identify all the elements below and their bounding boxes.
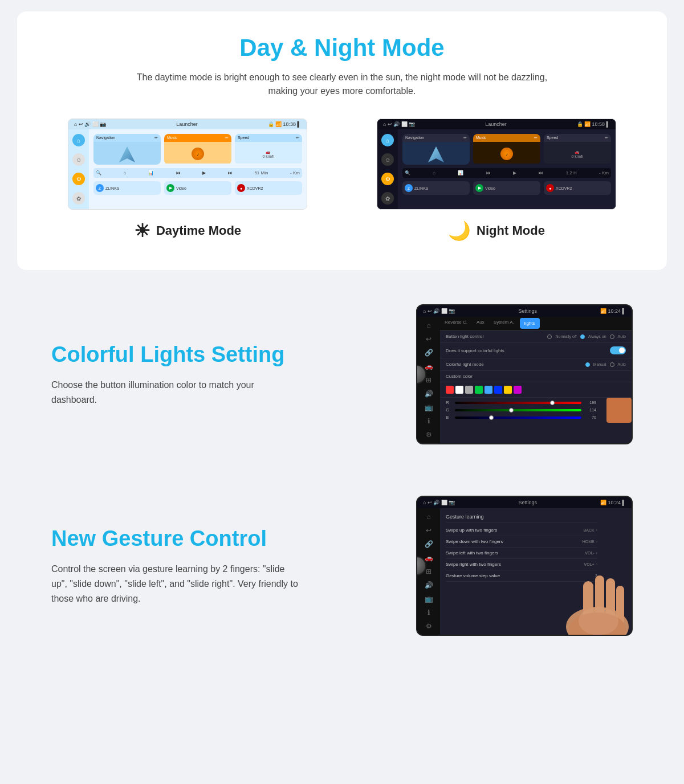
gs-car-icon: 🚗 — [425, 554, 433, 562]
gesture-action-4: VOL+ › — [584, 562, 597, 566]
rgb-sliders-container: R 199 G 114 — [440, 398, 602, 424]
r-slider-row: R 199 — [446, 400, 596, 405]
colorful-mode-radio: Manual Auto — [585, 362, 626, 367]
night-leaf-icon: ✿ — [381, 192, 394, 205]
radio-always-on[interactable] — [580, 334, 585, 339]
gesture-row-5: Gesture volume step value 3 — [446, 570, 597, 582]
sidebar-face-icon: ☺ — [72, 153, 85, 166]
video-icon: ▶ — [166, 184, 174, 192]
night-music-card: Music✏ ♪ — [473, 134, 540, 165]
g-slider[interactable] — [455, 409, 581, 411]
gesture-section: New Gesture Control Control the screen v… — [17, 484, 667, 647]
gs-system-icon: ⚙ — [426, 622, 432, 630]
gesture-settings-screen: ⌂ ↩ 🔊 ⬜ 📷 Settings 📶 10:24 ▌ ⌂ ↩ 🔗 🚗 ⊞ 🔊… — [416, 496, 633, 636]
tab-reverse[interactable]: Reverse C. — [440, 317, 472, 330]
s-car-icon: 🚗 — [425, 362, 433, 370]
radio-normally-off[interactable] — [547, 334, 552, 339]
day-night-subtitle: The daytime mode is bright enough to see… — [125, 71, 559, 98]
gesture-action-5: 3 — [595, 574, 597, 578]
r-slider[interactable] — [455, 402, 581, 404]
night-video-btn: ▶ Video — [473, 181, 540, 195]
swatch-blue[interactable] — [494, 386, 502, 394]
b-slider-row: B 70 — [446, 415, 596, 420]
video-btn: ▶ Video — [164, 181, 231, 195]
button-light-control-row: Button light control Normally off Always… — [440, 330, 632, 343]
chevron-2: › — [596, 540, 597, 544]
b-slider[interactable] — [455, 416, 581, 419]
chevron-1: › — [596, 528, 597, 532]
swatch-gray[interactable] — [465, 386, 473, 394]
support-colorful-row: Does it support colorful lights — [440, 343, 632, 358]
colorful-toggle[interactable] — [610, 346, 626, 354]
gs-back-icon: ↩ — [426, 526, 431, 534]
sidebar-gear-icon: ⚙ — [72, 173, 85, 185]
night-zlinks-btn: Z ZLINKS — [402, 181, 470, 195]
g-thumb[interactable] — [509, 408, 514, 413]
colorful-settings-screen: ⌂ ↩ 🔊 ⬜ 📷 Settings 📶 10:24 ▌ ⌂ ↩ 🔗 🚗 ⊞ 🔊… — [416, 304, 633, 444]
b-thumb[interactable] — [489, 415, 494, 420]
night-mode-label: 🌙 Night Mode — [448, 220, 545, 242]
colorful-tabs: Reverse C. Aux System A. lights — [440, 317, 632, 330]
day-mode-label: ☀ Daytime Mode — [134, 220, 241, 242]
swatch-lightblue[interactable] — [484, 386, 492, 394]
night-video-icon: ▶ — [475, 184, 483, 192]
s-common-icon: ⊞ — [426, 376, 431, 384]
swatch-purple[interactable] — [514, 386, 522, 394]
chevron-4: › — [596, 562, 597, 566]
tab-system[interactable]: System A. — [489, 317, 519, 330]
gesture-action-2: HOME › — [583, 540, 597, 544]
night-launcher-label: Launcher — [485, 121, 507, 127]
swatch-red[interactable] — [446, 386, 454, 394]
colorful-main: Reverse C. Aux System A. lights Button l… — [440, 317, 632, 443]
night-screen-mock: ⌂ ↩ 🔊 ⬜ 📷 Launcher 🔒 📶 18:58 ▌ ⌂ ☺ ⚙ ✿ — [377, 119, 616, 210]
radio-auto[interactable] — [610, 334, 614, 339]
day-mode-column: ⌂ ↩ 🔊 ⬜ 📷 Launcher 🔒 📶 18:38 ▌ ⌂ ☺ ⚙ ✿ — [40, 119, 335, 242]
sidebar-home-icon: ⌂ — [72, 134, 85, 146]
night-mode-column: ⌂ ↩ 🔊 ⬜ 📷 Launcher 🔒 📶 18:58 ▌ ⌂ ☺ ⚙ ✿ — [349, 119, 644, 242]
radio-manual[interactable] — [585, 362, 590, 367]
gesture-title: New Gesture Control — [51, 526, 300, 552]
gesture-screen-container: ⌂ ↩ 🔊 ⬜ 📷 Settings 📶 10:24 ▌ ⌂ ↩ 🔗 🚗 ⊞ 🔊… — [334, 496, 633, 636]
day-sidebar: ⌂ ☺ ⚙ ✿ — [68, 129, 89, 209]
night-speed-card: Speed✏ 🚗0 km/h — [544, 134, 611, 165]
day-speed-card: Speed✏ 🚗0 km/h — [235, 134, 302, 165]
s-system-icon: ⚙ — [426, 431, 432, 439]
night-content: ⌂ ☺ ⚙ ✿ Navigation✏ — [377, 129, 616, 209]
night-main: Navigation✏ Music✏ — [398, 129, 616, 209]
gesture-action-1: BACK › — [584, 528, 597, 532]
s-link-icon: 🔗 — [425, 349, 433, 357]
day-app-buttons: Z ZLINKS ▶ Video ● XCDVR2 — [93, 181, 302, 195]
tab-aux[interactable]: Aux — [472, 317, 489, 330]
xcdvr-icon: ● — [237, 184, 245, 192]
rgb-section: R 199 G 114 — [440, 398, 632, 424]
day-night-title: Day & Night Mode — [40, 34, 644, 62]
gesture-row-2: Swipe down with two fingers HOME › — [446, 536, 597, 548]
g-slider-row: G 114 — [446, 407, 596, 413]
tab-lights[interactable]: lights — [520, 318, 540, 329]
day-main: Navigation✏ Music✏ — [89, 129, 307, 209]
gs-link-icon: 🔗 — [425, 540, 433, 548]
night-nav-controls: 🔍⌂📊 ⏮▶⏭ 1.2 H - Km — [402, 168, 611, 178]
xcdvr-btn: ● XCDVR2 — [235, 181, 302, 195]
light-control-radio: Normally off Always on Auto — [547, 334, 626, 339]
night-music-icon: ♪ — [500, 148, 513, 160]
night-sidebar: ⌂ ☺ ⚙ ✿ — [377, 129, 398, 209]
s-back-icon: ↩ — [426, 335, 431, 343]
gesture-row-1: Swipe up with two fingers BACK › — [446, 525, 597, 536]
r-thumb[interactable] — [550, 401, 555, 405]
colorful-title: Colorful Lights Setting — [51, 342, 300, 368]
s-sound-icon: 🔊 — [425, 390, 433, 398]
sidebar-leaf-icon: ✿ — [72, 192, 85, 205]
sun-icon: ☀ — [134, 220, 150, 242]
night-face-icon: ☺ — [381, 153, 394, 166]
chevron-3: › — [596, 551, 597, 555]
radio-auto-mode[interactable] — [610, 362, 614, 367]
gs-common-icon: ⊞ — [426, 567, 431, 575]
night-app-grid: Navigation✏ Music✏ — [402, 134, 611, 165]
gesture-action-3: VOL- › — [585, 551, 597, 555]
swatch-green[interactable] — [475, 386, 483, 394]
day-screen-mock: ⌂ ↩ 🔊 ⬜ 📷 Launcher 🔒 📶 18:38 ▌ ⌂ ☺ ⚙ ✿ — [68, 119, 307, 210]
swatch-white[interactable] — [455, 386, 463, 394]
swatch-yellow[interactable] — [504, 386, 512, 394]
day-launcher-label: Launcher — [176, 121, 198, 127]
